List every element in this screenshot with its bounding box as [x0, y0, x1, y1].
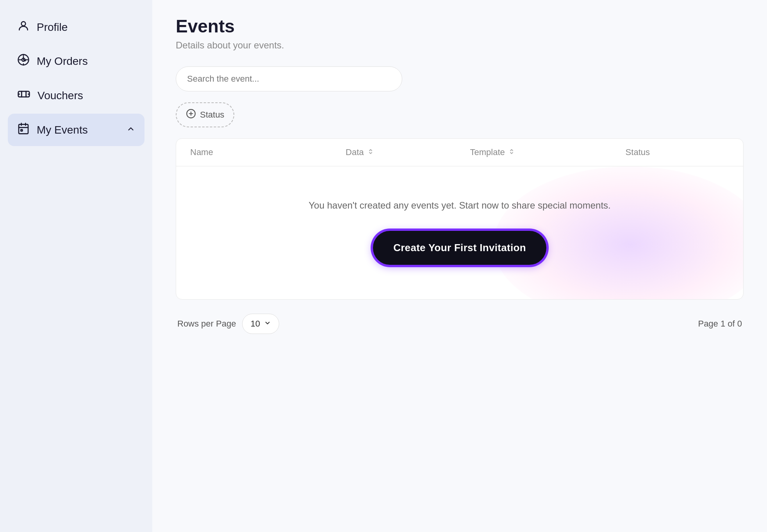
svg-rect-5: [21, 130, 22, 131]
sidebar-item-profile-label: Profile: [37, 21, 68, 34]
chevron-down-icon: [264, 319, 271, 329]
status-filter-label: Status: [200, 110, 224, 120]
empty-state-text: You haven't created any events yet. Star…: [309, 200, 610, 211]
empty-state: You haven't created any events yet. Star…: [176, 166, 743, 299]
table-header-template[interactable]: Template: [470, 147, 626, 157]
page-subtitle: Details about your events.: [176, 40, 744, 51]
sidebar-item-my-orders[interactable]: My Orders: [8, 45, 144, 77]
create-invitation-button[interactable]: Create Your First Invitation: [372, 230, 548, 266]
events-icon: [17, 122, 30, 137]
table-header-name: Name: [190, 147, 346, 157]
sidebar-item-vouchers[interactable]: Vouchers: [8, 79, 144, 112]
rows-per-page-label: Rows per Page: [177, 319, 236, 329]
sort-icon-data: [367, 148, 374, 157]
orders-icon: [17, 54, 30, 69]
sidebar-item-my-events-label: My Events: [37, 124, 88, 136]
table-header-data[interactable]: Data: [346, 147, 470, 157]
table-header-status: Status: [626, 147, 729, 157]
search-container: [176, 66, 744, 91]
rows-per-page-value: 10: [250, 319, 260, 329]
page-info: Page 1 of 0: [698, 319, 742, 329]
status-filter-button[interactable]: Status: [176, 102, 234, 127]
rows-per-page-container: Rows per Page 10: [177, 314, 279, 334]
pagination-row: Rows per Page 10 Page 1 of 0: [176, 314, 744, 334]
filter-row: Status: [176, 102, 744, 127]
sidebar-item-my-orders-label: My Orders: [37, 55, 88, 68]
sidebar-item-profile[interactable]: Profile: [8, 11, 144, 43]
profile-icon: [17, 20, 30, 35]
sort-icon-template: [508, 148, 515, 157]
svg-point-0: [21, 21, 26, 26]
vouchers-icon: [17, 87, 30, 104]
plus-circle-icon: [186, 109, 196, 121]
sidebar-item-vouchers-label: Vouchers: [37, 89, 83, 102]
sidebar: Profile My Orders Voucher: [0, 0, 152, 532]
sidebar-nav: Profile My Orders Voucher: [8, 11, 144, 146]
rows-per-page-select[interactable]: 10: [242, 314, 279, 334]
svg-rect-4: [19, 124, 28, 134]
main-content: Events Details about your events. Status…: [152, 0, 767, 532]
page-title: Events: [176, 16, 744, 37]
events-table: Name Data Template: [176, 138, 744, 300]
sidebar-item-my-events[interactable]: My Events: [8, 114, 144, 146]
table-header: Name Data Template: [176, 139, 743, 166]
chevron-up-icon: [127, 125, 135, 136]
search-input[interactable]: [176, 66, 402, 91]
